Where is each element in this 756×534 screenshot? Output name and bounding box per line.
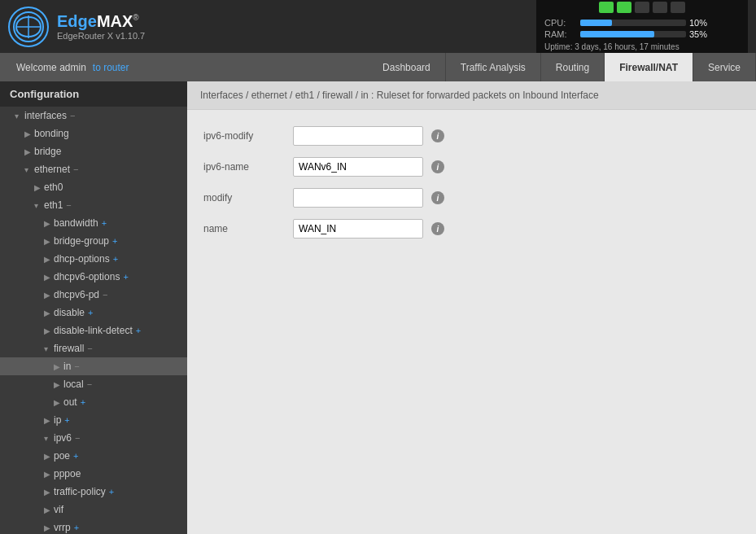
tree-traffic-policy[interactable]: ▶ traffic-policy + [0, 483, 187, 501]
tree-eth1[interactable]: ▾ eth1 − [0, 196, 187, 214]
tree-dhcp-options[interactable]: ▶ dhcp-options + [0, 250, 187, 268]
uptime-label: Uptime: [544, 42, 572, 51]
tree-firewall-local[interactable]: ▶ local − [0, 375, 187, 393]
tree-dhcpv6-options[interactable]: ▶ dhcpv6-options + [0, 268, 187, 286]
header: EdgeMAX® EdgeRouter X v1.10.7 CPU: 10% R… [0, 0, 756, 53]
label-name: name [203, 223, 285, 234]
sidebar-title: Configuration [0, 81, 187, 107]
navbar: Welcome admin to router Dashboard Traffi… [0, 53, 756, 81]
sidebar: Configuration ▾ interfaces − ▶ bonding ▶… [0, 81, 187, 534]
to-router-link[interactable]: to router [93, 62, 129, 73]
tree-disable-link-detect[interactable]: ▶ disable-link-detect + [0, 322, 187, 339]
ram-row: RAM: 35% [544, 29, 740, 39]
tree-vrrp[interactable]: ▶ vrrp + [0, 519, 187, 534]
tree-firewall[interactable]: ▾ firewall − [0, 339, 187, 357]
ram-bar-bg [580, 31, 686, 37]
info-icon-ipv6-modify[interactable]: i [431, 129, 444, 142]
led-5 [671, 2, 685, 13]
tree-bonding[interactable]: ▶ bonding [0, 125, 187, 142]
info-icon-ipv6-name[interactable]: i [431, 160, 444, 173]
label-ipv6-modify: ipv6-modify [203, 130, 285, 142]
tree-ip[interactable]: ▶ ip + [0, 411, 187, 429]
nav-tabs: Dashboard Traffic Analysis Routing Firew… [368, 53, 756, 81]
tree-pppoe[interactable]: ▶ pppoe [0, 465, 187, 483]
uptime-value: 3 days, 16 hours, 17 minutes [575, 42, 679, 51]
tree-bridge[interactable]: ▶ bridge [0, 142, 187, 160]
nav-left: Welcome admin to router [16, 53, 129, 81]
tab-dashboard[interactable]: Dashboard [368, 53, 446, 81]
uptime-row: Uptime: 3 days, 16 hours, 17 minutes [544, 42, 740, 51]
input-name[interactable] [293, 219, 423, 239]
tree-firewall-in[interactable]: ▶ in − [0, 357, 187, 375]
cpu-row: CPU: 10% [544, 18, 740, 28]
tab-service[interactable]: Service [693, 53, 756, 81]
form-row-modify: modify i [203, 188, 740, 208]
tree-poe[interactable]: ▶ poe + [0, 447, 187, 465]
cpu-label: CPU: [544, 18, 577, 28]
tree-vif[interactable]: ▶ vif [0, 501, 187, 519]
tree-ethernet[interactable]: ▾ ethernet − [0, 160, 187, 178]
welcome-text: Welcome admin [16, 62, 86, 73]
led-4 [653, 2, 667, 13]
info-icon-name[interactable]: i [431, 222, 444, 235]
input-ipv6-name[interactable] [293, 157, 423, 177]
led-2 [617, 2, 631, 13]
tree-bridge-group[interactable]: ▶ bridge-group + [0, 232, 187, 250]
stats-rows: CPU: 10% RAM: 35% Uptime: 3 days, 16 hou… [544, 18, 740, 51]
tab-firewall-nat[interactable]: Firewall/NAT [605, 53, 693, 81]
form-row-name: name i [203, 219, 740, 239]
input-ipv6-modify[interactable] [293, 126, 423, 146]
brand-name: EdgeMAX® [57, 12, 145, 31]
tree-interfaces[interactable]: ▾ interfaces − [0, 107, 187, 125]
tab-routing[interactable]: Routing [541, 53, 605, 81]
led-row [544, 2, 740, 13]
main: Configuration ▾ interfaces − ▶ bonding ▶… [0, 81, 756, 534]
cpu-bar [580, 20, 612, 26]
tree-eth0[interactable]: ▶ eth0 [0, 178, 187, 196]
label-modify: modify [203, 192, 285, 204]
ram-bar [580, 31, 654, 37]
label-ipv6-name: ipv6-name [203, 161, 285, 173]
tree-firewall-out[interactable]: ▶ out + [0, 393, 187, 411]
input-modify[interactable] [293, 188, 423, 208]
cpu-value: 10% [689, 18, 707, 28]
content-area: Interfaces / ethernet / eth1 / firewall … [187, 81, 756, 534]
tree-dhcpv6-pd[interactable]: ▶ dhcpv6-pd − [0, 286, 187, 304]
form-row-ipv6-modify: ipv6-modify i [203, 126, 740, 146]
tree-bandwidth[interactable]: ▶ bandwidth + [0, 214, 187, 232]
info-icon-modify[interactable]: i [431, 191, 444, 204]
tree-disable[interactable]: ▶ disable + [0, 304, 187, 322]
breadcrumb: Interfaces / ethernet / eth1 / firewall … [187, 81, 756, 110]
form-area: ipv6-modify i ipv6-name i modify i name … [187, 110, 756, 266]
led-3 [635, 2, 649, 13]
ram-label: RAM: [544, 29, 577, 39]
router-version: EdgeRouter X v1.10.7 [57, 31, 145, 41]
ram-value: 35% [689, 29, 707, 39]
tree-ipv6[interactable]: ▾ ipv6 − [0, 429, 187, 447]
tab-traffic-analysis[interactable]: Traffic Analysis [446, 53, 541, 81]
cpu-bar-bg [580, 20, 686, 26]
form-row-ipv6-name: ipv6-name i [203, 157, 740, 177]
led-1 [599, 2, 614, 13]
logo-icon [8, 7, 49, 47]
logo-area: EdgeMAX® EdgeRouter X v1.10.7 [8, 7, 145, 47]
system-stats: CPU: 10% RAM: 35% Uptime: 3 days, 16 hou… [536, 0, 748, 56]
